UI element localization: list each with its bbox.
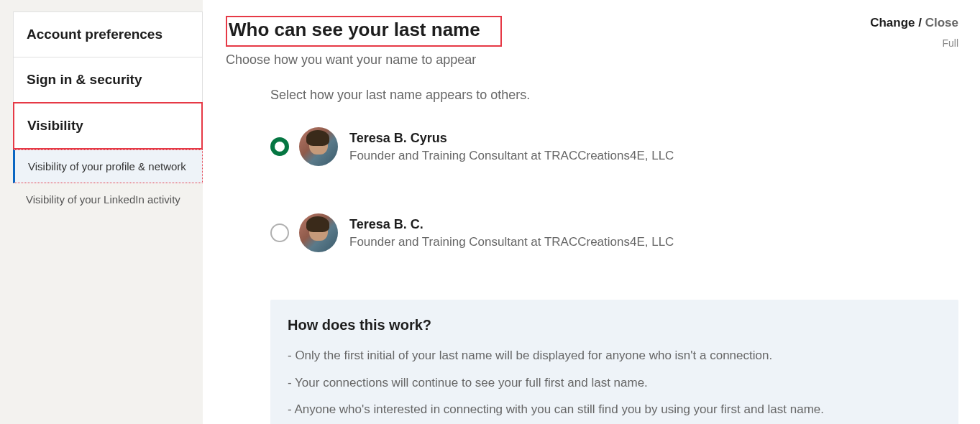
page-subtitle: Choose how you want your name to appear [226,52,870,68]
sidebar-sub-list: Visibility of your profile & network Vis… [13,149,203,216]
option-name-label: Teresa B. Cyrus [349,131,674,146]
radio-initial-name[interactable] [270,223,289,242]
avatar [299,213,338,252]
option-initial-name[interactable]: Teresa B. C. Founder and Training Consul… [270,213,958,252]
info-line: - Anyone who's interested in connecting … [288,400,941,419]
info-title: How does this work? [288,317,941,333]
sidebar-item-sign-in-security[interactable]: Sign in & security [14,57,202,103]
info-line: - Only the first initial of your last na… [288,346,941,365]
header-row: Who can see your last name Choose how yo… [226,16,958,68]
option-full-name[interactable]: Teresa B. Cyrus Founder and Training Con… [270,127,958,166]
main-content: Who can see your last name Choose how yo… [203,0,980,424]
name-options: Teresa B. Cyrus Founder and Training Con… [270,127,958,252]
sidebar-sub-item-profile-network[interactable]: Visibility of your profile & network [13,149,203,183]
avatar [299,127,338,166]
info-line: - Your connections will continue to see … [288,374,941,392]
instruction-text: Select how your last name appears to oth… [270,88,958,103]
close-link[interactable]: Close [925,16,958,29]
sidebar-item-account-preferences[interactable]: Account preferences [14,12,202,57]
header-left: Who can see your last name Choose how yo… [226,16,870,68]
sidebar-card: Account preferences Sign in & security V… [13,11,203,149]
page-title: Who can see your last name [226,16,502,47]
option-desc-label: Founder and Training Consultant at TRACC… [349,149,674,163]
change-close-controls: Change / Close [870,16,958,30]
option-name-label: Teresa B. C. [349,217,674,232]
sidebar: Account preferences Sign in & security V… [0,0,203,424]
option-desc-label: Founder and Training Consultant at TRACC… [349,235,674,249]
info-box: How does this work? - Only the first ini… [270,300,958,424]
option-text: Teresa B. Cyrus Founder and Training Con… [349,131,674,163]
sidebar-item-visibility[interactable]: Visibility [13,102,203,149]
header-right: Change / Close Full [870,16,958,49]
radio-full-name[interactable] [270,137,289,156]
slash-separator: / [915,16,925,29]
sidebar-sub-item-linkedin-activity[interactable]: Visibility of your LinkedIn activity [13,183,203,216]
change-link[interactable]: Change [870,16,915,29]
full-label: Full [870,37,958,49]
option-text: Teresa B. C. Founder and Training Consul… [349,217,674,249]
